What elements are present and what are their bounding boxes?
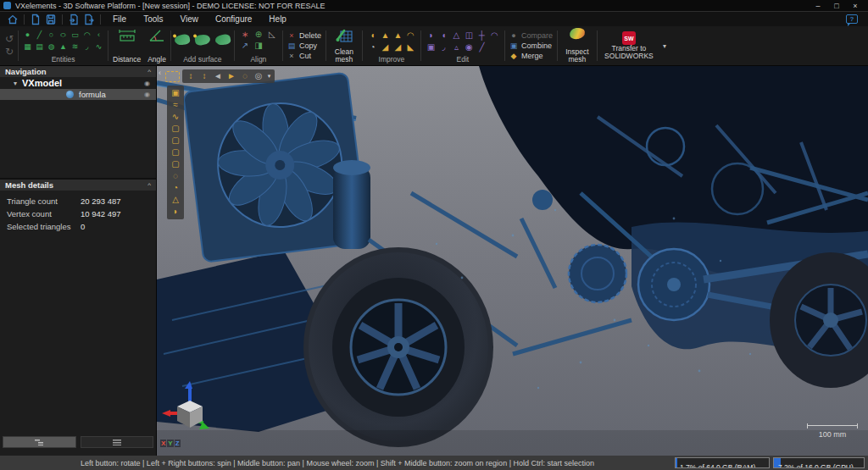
entity-elbow-icon[interactable]: ◞: [81, 41, 92, 53]
edit-mirror-icon[interactable]: ┼: [476, 29, 488, 41]
improve-smooth-icon[interactable]: ◔: [366, 41, 379, 53]
entity-sphere-icon[interactable]: ◍: [46, 41, 57, 53]
entity-plane-icon[interactable]: ▦: [22, 41, 33, 53]
improve-refine-icon[interactable]: ◢: [392, 41, 404, 53]
mesh-details-header[interactable]: Mesh details ^: [0, 180, 156, 191]
home-icon[interactable]: [5, 13, 20, 25]
close-button[interactable]: ×: [846, 0, 865, 11]
add-surface-auto-icon[interactable]: [194, 34, 211, 47]
improve-decimate-icon[interactable]: ◢: [379, 41, 392, 53]
edit-boolean-icon[interactable]: ▣: [425, 41, 437, 53]
combine-button[interactable]: ▣ Combine: [509, 41, 553, 51]
tree-item-formula[interactable]: formula ◉: [0, 89, 156, 100]
zoom-region-icon[interactable]: ◌: [238, 69, 252, 83]
select-backface-icon[interactable]: ◗: [167, 206, 184, 218]
cut-button[interactable]: × Cut: [287, 52, 321, 61]
redo-icon[interactable]: ↻: [5, 47, 14, 58]
improve-fill-holes-icon[interactable]: ◖: [366, 29, 379, 41]
import-session-icon[interactable]: [66, 13, 81, 25]
clean-mesh-button[interactable]: Clean mesh: [327, 27, 361, 64]
edit-triangles-icon[interactable]: △: [450, 29, 463, 41]
edit-patch-icon[interactable]: ◗: [425, 29, 437, 41]
entity-line-icon[interactable]: ╱: [34, 29, 45, 41]
improve-boundary-icon[interactable]: ◠: [404, 29, 417, 41]
entity-freeform-icon[interactable]: ∿: [93, 41, 104, 53]
edit-remesh-icon[interactable]: ▵: [450, 41, 463, 53]
transfer-solidworks-button[interactable]: SW Transfer to SOLIDWORKS: [598, 30, 659, 61]
menu-tools[interactable]: Tools: [135, 12, 171, 26]
navigation-collapse-icon[interactable]: ^: [147, 69, 151, 75]
select-brush-icon[interactable]: ▣: [167, 87, 184, 99]
toolbar-collapse-icon[interactable]: ‹: [159, 69, 161, 77]
inspect-mesh-button[interactable]: Inspect mesh: [559, 27, 596, 64]
select-freeform-icon[interactable]: ≈: [167, 99, 184, 111]
improve-spikes-icon[interactable]: ▲: [379, 29, 392, 41]
add-surface-manual-icon[interactable]: [214, 34, 231, 47]
select-dome-1-icon[interactable]: ▢: [167, 123, 184, 135]
improve-defeature-icon[interactable]: ◣: [404, 41, 417, 53]
select-dome-2-icon[interactable]: ▢: [167, 135, 184, 147]
entity-grid-icon[interactable]: ▤: [34, 41, 45, 53]
toolbar-more-icon[interactable]: ▾: [265, 69, 273, 83]
edit-split-icon[interactable]: ◫: [463, 29, 476, 41]
axis-triad[interactable]: [162, 381, 211, 435]
align-best-fit-icon[interactable]: ∗: [238, 29, 252, 40]
select-dome-4-icon[interactable]: ▢: [167, 158, 184, 170]
entity-cylinder-icon[interactable]: ≋: [70, 41, 81, 53]
entity-point-icon[interactable]: ●: [22, 29, 33, 41]
entity-arc-icon[interactable]: ◠: [81, 29, 92, 41]
select-visible-icon[interactable]: ↕: [198, 69, 211, 83]
feedback-chat-icon[interactable]: ?: [846, 14, 858, 24]
tree-item-vxmodel[interactable]: ▾ VXmodel ◉: [0, 77, 156, 89]
tree-caret-icon[interactable]: ▾: [14, 80, 17, 87]
align-axes-icon[interactable]: ↗: [238, 40, 252, 51]
edit-waterproof-icon[interactable]: ◉: [463, 41, 476, 53]
navigation-header[interactable]: Navigation ^: [0, 66, 156, 77]
edit-curve-icon[interactable]: ◞: [437, 41, 450, 53]
menu-help[interactable]: Help: [260, 12, 295, 26]
list-view-tab[interactable]: [81, 436, 154, 448]
select-curve-icon[interactable]: ∿: [167, 111, 184, 123]
viewport-3d-model[interactable]: [157, 66, 868, 456]
menu-file[interactable]: File: [104, 12, 135, 26]
improve-intersections-icon[interactable]: ▲: [392, 29, 404, 41]
edit-bridge-icon[interactable]: ◠: [488, 29, 501, 41]
merge-button[interactable]: ◆ Merge: [509, 52, 553, 61]
align-entities-icon[interactable]: ⊕: [252, 29, 265, 40]
align-origin-icon[interactable]: ◨: [252, 40, 265, 51]
transfer-dropdown-icon[interactable]: ▾: [663, 42, 666, 50]
add-surface-wizard-icon[interactable]: [174, 34, 191, 47]
minimize-button[interactable]: –: [809, 0, 827, 11]
edit-surface-icon[interactable]: ◖: [437, 29, 450, 41]
select-dashed-icon[interactable]: ◌: [167, 170, 184, 182]
undo-icon[interactable]: ↺: [5, 34, 14, 45]
entity-cone-icon[interactable]: ▲: [58, 41, 69, 53]
select-partial-icon[interactable]: ◔: [167, 182, 184, 194]
entity-ellipse-icon[interactable]: ○: [55, 29, 72, 41]
export-session-icon[interactable]: [81, 13, 97, 25]
angle-button[interactable]: Angle: [144, 27, 170, 64]
zoom-fit-icon[interactable]: ◎: [252, 69, 265, 83]
flip-left-icon[interactable]: ◄: [211, 69, 225, 83]
select-through-icon[interactable]: ↕: [184, 69, 198, 83]
flip-right-icon[interactable]: ►: [225, 69, 238, 83]
mesh-details-collapse-icon[interactable]: ^: [147, 182, 151, 189]
distance-button[interactable]: Distance: [109, 27, 144, 64]
viewport-3d[interactable]: ‹ ↕ ↕ ◄ ► ◌ ◎ ▾ ▣ ≈ ∿ ▢ ▢ ▢ ▢ ◌ ◔ △ ◗: [157, 66, 868, 456]
delete-button[interactable]: × Delete: [287, 31, 321, 41]
copy-button[interactable]: ▤ Copy: [287, 41, 321, 51]
menu-configure[interactable]: Configure: [207, 12, 260, 26]
select-dome-3-icon[interactable]: ▢: [167, 147, 184, 158]
selection-rectangle-icon[interactable]: [165, 71, 180, 82]
maximize-button[interactable]: □: [827, 0, 846, 11]
visibility-eye-icon[interactable]: ◉: [144, 80, 150, 87]
tree-view-tab[interactable]: [3, 436, 76, 448]
edit-pencil-icon[interactable]: ╱: [476, 41, 488, 53]
entity-polyline-icon[interactable]: ‹: [93, 29, 104, 41]
select-triangle-icon[interactable]: △: [167, 194, 184, 206]
visibility-eye-icon[interactable]: ◉: [144, 91, 150, 98]
save-icon[interactable]: [43, 13, 58, 25]
align-surface-icon[interactable]: ◺: [265, 29, 279, 40]
menu-view[interactable]: View: [171, 12, 207, 26]
new-session-icon[interactable]: [28, 13, 43, 25]
